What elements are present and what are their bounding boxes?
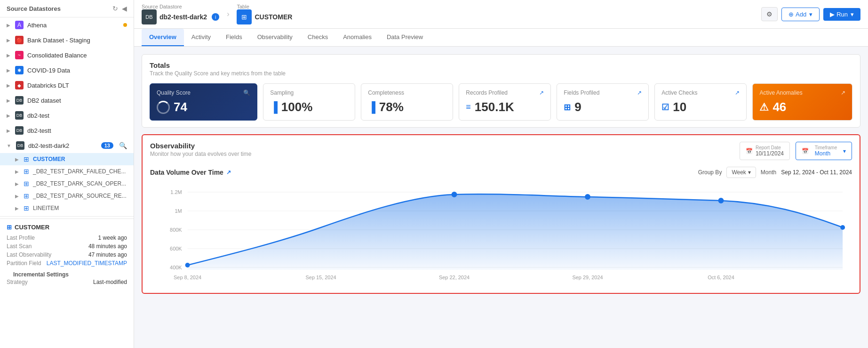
metric-sampling: Sampling ▐ 100% — [263, 83, 355, 121]
tab-activity[interactable]: Activity — [184, 29, 218, 46]
tab-overview[interactable]: Overview — [142, 29, 184, 46]
refresh-icon[interactable]: ↻ — [112, 5, 118, 12]
sidebar-item-bank-dataset[interactable]: ▶ 🔴 Bank Dataset - Staging — [0, 32, 134, 48]
sidebar-subitem-label: LINEITEM — [33, 205, 59, 211]
arrow-icon[interactable]: ↗ — [841, 89, 845, 96]
run-label: Run — [836, 11, 848, 18]
timeframe-calendar-icon: 📅 — [802, 148, 809, 154]
obs-header: Observability Monitor how your data evol… — [150, 142, 852, 160]
arrow-icon[interactable]: ↗ — [735, 89, 740, 96]
y-axis-label-1.2m: 1.2M — [170, 189, 182, 195]
timeframe-container: Timeframe Month — [815, 145, 837, 157]
records-icon: ≡ — [466, 102, 471, 112]
sidebar: Source Datastores ↻ ◀ ▶ A Athena ▶ 🔴 Ban… — [0, 0, 134, 348]
sidebar-header-title: Source Datastores — [7, 5, 61, 12]
group-by-chevron-icon: ▾ — [748, 169, 751, 176]
add-chevron-icon: ▾ — [809, 11, 812, 18]
table-icon: ⊞ — [24, 168, 29, 175]
chevron-icon: ▶ — [7, 23, 10, 28]
chart-container: Data Volume Over Time ↗ Group By Week ▾ … — [150, 167, 852, 286]
tab-fields[interactable]: Fields — [218, 29, 250, 46]
data-point-sep22 — [452, 192, 457, 197]
chart-area: 1.2M 1M 800K 600K 400K — [150, 183, 852, 286]
metric-label: Quality Score 🔍 — [157, 89, 250, 96]
metric-value: ▐ 78% — [368, 100, 446, 114]
content-area: Totals Track the Quality Score and key m… — [134, 47, 868, 348]
sidebar-item-db2-dark2[interactable]: ▼ DB db2-testt-dark2 13 🔍 — [0, 138, 134, 153]
data-point-sep8 — [185, 263, 190, 267]
group-by-button[interactable]: Week ▾ — [726, 167, 756, 178]
tab-anomalies[interactable]: Anomalies — [335, 29, 379, 46]
sidebar-item-consolidated-balance[interactable]: ▶ ~ Consolidated Balance — [0, 48, 134, 63]
chart-title: Data Volume Over Time ↗ — [150, 169, 231, 176]
db2-icon: DB — [15, 96, 24, 105]
tab-observability[interactable]: Observability — [250, 29, 300, 46]
sidebar-subitem-label: CUSTOMER — [33, 156, 65, 162]
y-axis-label-1m: 1M — [175, 208, 182, 214]
active-anomalies-label: Active Anomalies — [759, 89, 802, 96]
records-value: 150.1K — [475, 100, 514, 114]
sidebar-subitem-failed-che[interactable]: ▶ ⊞ _DB2_TEST_DARK_FAILED_CHE... — [0, 165, 134, 178]
tab-checks[interactable]: Checks — [300, 29, 335, 46]
report-date-picker[interactable]: 📅 Report Date 10/11/2024 — [740, 142, 790, 160]
checks-icon: ☑ — [661, 102, 669, 113]
sidebar-subitem-customer[interactable]: ▶ ⊞ CUSTOMER — [0, 153, 134, 165]
sidebar-item-db2-test[interactable]: ▶ DB db2-test — [0, 108, 134, 123]
info-row-last-profile: Last Profile 1 week ago — [7, 235, 127, 241]
table-grid-icon: ⊞ — [7, 224, 12, 231]
chevron-icon: ▶ — [7, 113, 10, 118]
sampling-value: 100% — [281, 100, 313, 114]
table-icon: ⊞ — [24, 192, 29, 200]
sidebar-item-db2-testt[interactable]: ▶ DB db2-testt — [0, 123, 134, 138]
sidebar-item-label: DB2 dataset — [27, 97, 127, 104]
databricks-icon: ◆ — [15, 81, 24, 89]
totals-subtitle: Track the Quality Score and key metrics … — [150, 70, 852, 77]
search-icon[interactable]: 🔍 — [243, 89, 250, 96]
chevron-icon: ▶ — [7, 68, 10, 73]
loading-circle — [157, 101, 170, 114]
y-axis-label-800k: 800K — [170, 227, 182, 233]
x-label-oct6: Oct 6, 2024 — [708, 275, 734, 280]
metric-value: ⚠ 46 — [759, 100, 845, 114]
sidebar-subitem-scan-oper[interactable]: ▶ ⊞ _DB2_TEST_DARK_SCAN_OPER... — [0, 178, 134, 190]
sidebar-item-covid[interactable]: ▶ ✱ COVID-19 Data — [0, 63, 134, 78]
db2-test-icon: DB — [15, 111, 24, 120]
sidebar-subitem-source-re[interactable]: ▶ ⊞ _DB2_TEST_DARK_SOURCE_RE... — [0, 190, 134, 202]
timeframe-select[interactable]: 📅 Timeframe Month ▾ — [796, 142, 852, 160]
chevron-icon: ▶ — [15, 169, 19, 174]
sidebar-item-db2-dataset[interactable]: ▶ DB DB2 dataset — [0, 93, 134, 108]
settings-button[interactable]: ⚙ — [761, 7, 778, 21]
metric-active-checks: Active Checks ↗ ☑ 10 — [654, 83, 747, 121]
sidebar-subitem-label: _DB2_TEST_DARK_SCAN_OPER... — [33, 180, 126, 187]
warning-dot — [123, 23, 127, 27]
sidebar-item-label: db2-testt-dark2 — [28, 142, 97, 149]
sidebar-item-databricks[interactable]: ▶ ◆ Databricks DLT — [0, 78, 134, 93]
table-label: Table — [237, 4, 292, 9]
timeframe-value: Month — [815, 150, 830, 157]
sidebar-subitem-label: _DB2_TEST_DARK_SOURCE_RE... — [33, 193, 127, 199]
arrow-icon[interactable]: ↗ — [637, 89, 642, 96]
completeness-value: 78% — [379, 100, 404, 114]
info-icon[interactable]: i — [212, 13, 219, 21]
add-button[interactable]: ⊕ Add ▾ — [781, 8, 820, 21]
metric-value: ≡ 150.1K — [466, 100, 544, 114]
metric-quality-score: Quality Score 🔍 74 — [150, 83, 257, 121]
y-axis-label-400k: 400K — [170, 265, 182, 270]
chevron-icon: ▶ — [15, 206, 19, 211]
sidebar-item-label: Consolidated Balance — [27, 52, 127, 59]
collapse-icon[interactable]: ◀ — [122, 5, 127, 12]
chevron-icon: ▶ — [7, 128, 10, 133]
metric-label: Active Anomalies ↗ — [759, 89, 845, 96]
run-button[interactable]: ▶ Run ▾ — [823, 8, 860, 21]
tab-data-preview[interactable]: Data Preview — [379, 29, 430, 46]
table-icon: ⊞ — [24, 155, 29, 163]
search-icon[interactable]: 🔍 — [119, 142, 127, 149]
metric-completeness: Completeness ▐ 78% — [361, 83, 453, 121]
sidebar-item-athena[interactable]: ▶ A Athena — [0, 17, 134, 32]
external-link-icon[interactable]: ↗ — [226, 169, 231, 176]
chart-controls: Group By Week ▾ Month Sep 12, 2024 - Oct… — [698, 167, 852, 178]
sidebar-subitem-lineitem[interactable]: ▶ ⊞ LINEITEM — [0, 202, 134, 214]
topbar-right: ⚙ ⊕ Add ▾ ▶ Run ▾ — [761, 7, 860, 21]
covid-icon: ✱ — [15, 66, 24, 74]
arrow-icon[interactable]: ↗ — [539, 89, 544, 96]
